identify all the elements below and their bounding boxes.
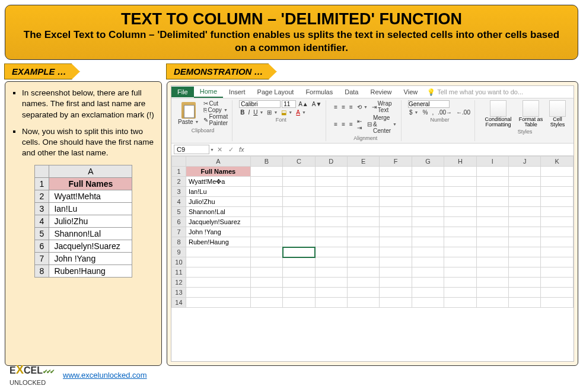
cell-styles-button[interactable]: Cell Styles — [547, 100, 568, 128]
currency-button[interactable]: $▼ — [408, 109, 420, 116]
cell[interactable] — [315, 298, 347, 308]
tab-insert[interactable]: Insert — [223, 87, 251, 97]
cell[interactable] — [412, 217, 444, 227]
cell[interactable] — [380, 187, 412, 197]
column-header[interactable]: C — [283, 157, 315, 167]
increase-decimal-button[interactable]: .00→ — [437, 109, 453, 116]
cell[interactable] — [509, 177, 541, 187]
cell[interactable] — [444, 177, 476, 187]
cell[interactable] — [509, 278, 541, 288]
cell[interactable] — [412, 257, 444, 267]
cell[interactable] — [444, 167, 476, 177]
cell[interactable] — [444, 278, 476, 288]
align-right-button[interactable]: ≡ — [348, 121, 354, 128]
wrap-text-button[interactable]: ⇥ Wrap Text — [371, 100, 398, 113]
cell[interactable] — [444, 227, 476, 237]
row-header[interactable]: 2 — [172, 177, 186, 187]
cell[interactable] — [347, 247, 379, 257]
cell[interactable] — [283, 187, 315, 197]
cell[interactable] — [476, 197, 508, 207]
cell[interactable] — [380, 247, 412, 257]
cell[interactable] — [186, 257, 250, 267]
copy-button[interactable]: ⎘Copy ▼ — [202, 107, 230, 113]
align-left-button[interactable]: ≡ — [333, 121, 339, 128]
cell[interactable] — [347, 267, 379, 278]
cell[interactable] — [476, 257, 508, 267]
cell[interactable] — [541, 278, 574, 288]
cell[interactable] — [444, 288, 476, 298]
cell[interactable] — [444, 207, 476, 217]
cell[interactable] — [347, 298, 379, 308]
comma-button[interactable]: , — [431, 109, 435, 116]
cell[interactable] — [476, 298, 508, 308]
cell[interactable] — [412, 207, 444, 217]
spreadsheet-grid[interactable]: ABCDEFGHIJK1Full Names2Wyatt!Me✥a3Ian!Lu… — [171, 156, 574, 361]
cell[interactable]: Ruben!Haung — [186, 237, 250, 247]
tell-me-search[interactable]: 💡Tell me what you want to do... — [427, 88, 523, 96]
merge-center-button[interactable]: ⊟ Merge & Center▼ — [366, 114, 398, 134]
cell[interactable] — [541, 177, 574, 187]
cell[interactable] — [380, 237, 412, 247]
cell[interactable] — [380, 257, 412, 267]
cell[interactable] — [476, 288, 508, 298]
cell[interactable] — [347, 177, 379, 187]
align-center-button[interactable]: ≡ — [340, 121, 346, 128]
cell[interactable] — [509, 217, 541, 227]
cell[interactable] — [509, 197, 541, 207]
cell[interactable] — [380, 177, 412, 187]
cell[interactable] — [250, 247, 282, 257]
cell[interactable] — [186, 278, 250, 288]
cell[interactable] — [380, 197, 412, 207]
format-painter-button[interactable]: ✎Format Painter — [202, 113, 230, 126]
cell[interactable] — [283, 267, 315, 278]
cell[interactable] — [283, 177, 315, 187]
percent-button[interactable]: % — [422, 109, 429, 116]
cell[interactable] — [541, 237, 574, 247]
cell[interactable] — [283, 278, 315, 288]
cell[interactable] — [347, 257, 379, 267]
cell[interactable] — [476, 177, 508, 187]
decrease-font-button[interactable]: A▼ — [311, 101, 323, 107]
cell[interactable] — [476, 167, 508, 177]
cell[interactable] — [444, 267, 476, 278]
conditional-formatting-button[interactable]: Conditional Formatting — [482, 100, 515, 128]
cell[interactable] — [315, 197, 347, 207]
chevron-down-icon[interactable]: ▼ — [210, 148, 214, 152]
cell[interactable] — [283, 237, 315, 247]
align-top-button[interactable]: ≡ — [333, 104, 339, 110]
cell[interactable] — [380, 298, 412, 308]
column-header[interactable]: B — [250, 157, 282, 167]
cell[interactable]: Ian!Lu — [186, 187, 250, 197]
cell[interactable] — [444, 217, 476, 227]
border-button[interactable]: ⊞▼ — [266, 109, 279, 116]
cell[interactable] — [541, 227, 574, 237]
number-format-select[interactable] — [408, 100, 450, 108]
cell[interactable] — [315, 167, 347, 177]
cell[interactable] — [250, 237, 282, 247]
cell[interactable] — [509, 298, 541, 308]
column-header[interactable]: E — [347, 157, 379, 167]
cell[interactable] — [476, 267, 508, 278]
cell[interactable] — [283, 288, 315, 298]
tab-review[interactable]: Review — [364, 87, 397, 97]
cell[interactable] — [186, 288, 250, 298]
select-all-corner[interactable] — [172, 157, 186, 167]
column-header[interactable]: J — [509, 157, 541, 167]
font-size-input[interactable] — [282, 100, 296, 108]
cell[interactable] — [509, 288, 541, 298]
row-header[interactable]: 12 — [172, 278, 186, 288]
cell[interactable] — [380, 278, 412, 288]
cell[interactable] — [315, 267, 347, 278]
cell[interactable] — [347, 167, 379, 177]
cancel-formula-button[interactable]: ✕ — [214, 146, 225, 154]
cell[interactable] — [250, 177, 282, 187]
cell[interactable] — [186, 298, 250, 308]
cell[interactable] — [412, 247, 444, 257]
cell[interactable] — [541, 197, 574, 207]
cell[interactable] — [347, 187, 379, 197]
tab-data[interactable]: Data — [339, 87, 364, 97]
italic-button[interactable]: I — [247, 109, 251, 116]
cell[interactable] — [444, 197, 476, 207]
cell[interactable] — [541, 167, 574, 177]
tab-view[interactable]: View — [398, 87, 424, 97]
